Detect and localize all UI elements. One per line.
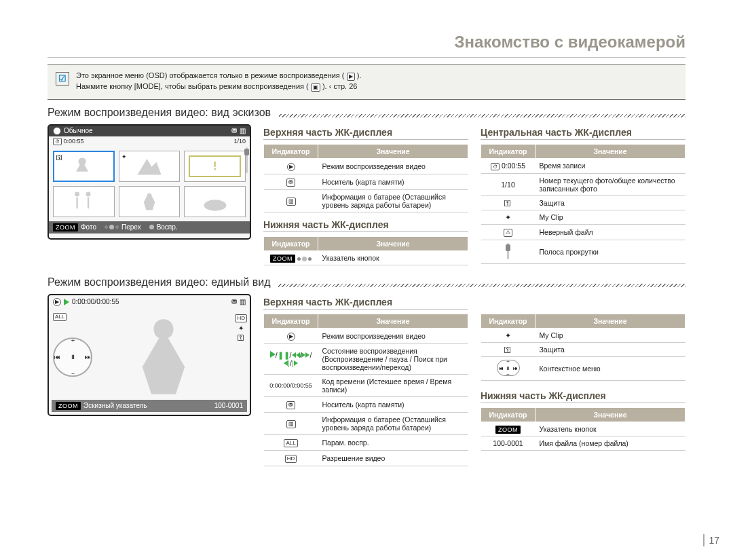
ff-icon — [305, 352, 309, 358]
playback-mode-icon: ▶ — [347, 73, 355, 81]
warn-icon: ⚠ — [504, 229, 512, 237]
section2-header: Режим воспроизведения видео: единый вид — [48, 276, 685, 288]
svg-rect-1 — [77, 198, 78, 208]
upper2r-r2: Защита — [535, 342, 685, 356]
star-tag-icon: ✦ — [505, 331, 511, 339]
next-icon: ⏭ — [85, 354, 91, 360]
svg-point-2 — [86, 192, 91, 197]
play-mode-icon: ▶ — [53, 127, 61, 135]
next-icon — [294, 360, 298, 366]
screen1-thumbs: ⚿ ✦ — [49, 147, 250, 221]
th-value: Значение — [535, 407, 685, 422]
section2-columns: ▶ 0:00:00/0:00:55 ⛃ ▥ ALL HD ✦ ⚿ — [48, 294, 685, 466]
upper2l-r3-val: Код времени (Истекшее время / Время запи… — [318, 374, 468, 396]
scrollbar-icon — [507, 243, 509, 259]
screen2-topbar: ▶ 0:00:00/0:00:55 ⛃ ▥ — [49, 295, 250, 309]
section1-title: Режим воспроизведения видео: вид эскизов — [48, 107, 271, 119]
hatch-rule-icon — [278, 284, 685, 287]
upper2-right-table: ИндикаторЗначение ✦ My Clip ⚿ Защита + −… — [481, 314, 685, 381]
screen1-foot-play: Воспр. — [157, 223, 178, 231]
upper2l-r6: Парам. воспр. — [318, 434, 468, 450]
hatch-rule-icon — [279, 114, 685, 117]
lower2-title: Нижняя часть ЖК-дисплея — [481, 390, 685, 403]
play-mode-icon: ▶ — [53, 298, 61, 306]
center1-table: ИндикаторЗначение ⏱ 0:00:55 Время записи… — [481, 144, 685, 264]
upper2l-r5: Информация о батарее (Оставшийся уровень… — [318, 412, 468, 434]
joystick-move-icon — [105, 225, 119, 229]
zoom-label-icon: ZOOM — [270, 255, 295, 263]
center1-r5: Неверный файл — [535, 224, 685, 240]
th-indicator: Индикатор — [481, 144, 535, 158]
sd-card-icon: ⛃ — [231, 298, 237, 305]
thumb-4 — [53, 186, 115, 217]
screen1-time: 0:00:55 — [64, 138, 84, 145]
screen-icon: ▣ — [311, 83, 320, 92]
lower2-r2-ind: 100-0001 — [481, 436, 535, 450]
screen2-time: 0:00:00/0:00:55 — [72, 298, 119, 305]
upper2l-r3-ind: 0:00:00/0:00:55 — [264, 374, 318, 396]
play-mode-icon: ▶ — [287, 333, 295, 341]
thumb-2: ✦ — [119, 151, 181, 182]
upper2l-r4: Носитель (карта памяти) — [318, 396, 468, 412]
page-header: Знакомство с видеокамерой — [0, 0, 733, 54]
screen2-wrap: ▶ 0:00:00/0:00:55 ⛃ ▥ ALL HD ✦ ⚿ — [48, 294, 251, 466]
upper2-title: Верхняя часть ЖК-дисплея — [263, 297, 468, 310]
hd-icon: HD — [285, 455, 297, 463]
minus-icon: － — [70, 369, 76, 378]
th-value: Значение — [318, 144, 468, 158]
upper2l-r1: Режим воспроизведения видео — [318, 328, 468, 343]
note-line1a: Это экранное меню (OSD) отображается тол… — [76, 71, 345, 79]
screen1: ▶ Обычное ⛃ ▥ ⏱ 0:00:55 1/10 ⚿ — [48, 124, 251, 240]
battery-icon: ▥ — [286, 420, 296, 428]
upper1-r3: Информация о батарее (Оставшийся уровень… — [318, 189, 468, 212]
th-value: Значение — [535, 144, 685, 158]
thumb-3-error — [184, 151, 246, 182]
upper1-r2: Носитель (карта памяти) — [318, 174, 468, 189]
page-title: Знакомство с видеокамерой — [454, 33, 685, 52]
th-value: Значение — [318, 236, 468, 250]
th-indicator: Индикатор — [481, 407, 535, 422]
center1-r1-val: Время записи — [535, 158, 685, 173]
clock-icon: ⏱ — [53, 138, 62, 145]
section1-columns: ▶ Обычное ⛃ ▥ ⏱ 0:00:55 1/10 ⚿ — [48, 124, 685, 265]
sd-card-icon: ⛃ — [286, 179, 295, 187]
th-indicator: Индикатор — [264, 314, 318, 328]
zoom-label-icon: ZOOM — [56, 402, 81, 410]
thumb-5 — [119, 186, 181, 217]
page-number: 17 — [703, 534, 719, 546]
star-tag-icon: ✦ — [238, 324, 244, 332]
center1-r2-ind: 1/10 — [481, 173, 535, 195]
lower2-table: ИндикаторЗначение ZOOM Указатель кнопок … — [481, 407, 685, 451]
note-text: Это экранное меню (OSD) отображается тол… — [76, 71, 677, 92]
star-tag-icon: ✦ — [505, 213, 511, 221]
lower2-r1: Указатель кнопок — [535, 422, 685, 436]
upper2l-r2: Состояние воспроизведения (Воспроизведен… — [318, 343, 468, 374]
screen1-mode-label: Обычное — [64, 127, 93, 134]
lock-icon: ⚿ — [504, 199, 512, 207]
page-number-bar-icon — [703, 534, 704, 546]
pause-icon: ⏸ — [70, 354, 76, 360]
screen2-bottombar: ZOOM Эскизный указатель 100-0001 — [52, 400, 247, 412]
play-icon — [64, 299, 69, 305]
th-indicator: Индикатор — [264, 144, 318, 158]
upper1-r1: Режим воспроизведения видео — [318, 158, 468, 174]
section2-right: . ИндикаторЗначение ✦ My Clip ⚿ Защита +… — [481, 294, 685, 466]
manual-page: { "header_title": "Знакомство с видеокам… — [0, 0, 733, 560]
svg-point-0 — [75, 192, 79, 197]
upper2r-r1: My Clip — [535, 328, 685, 342]
section1-middle: Верхняя часть ЖК-дисплея ИндикаторЗначен… — [263, 124, 468, 265]
plus-icon: ＋ — [70, 336, 76, 345]
th-indicator: Индикатор — [264, 236, 318, 250]
star-tag-icon: ✦ — [121, 153, 127, 160]
thumb-6 — [184, 186, 246, 217]
lower1-title: Нижняя часть ЖК-дисплея — [263, 219, 468, 232]
note-line2b: ). — [322, 82, 329, 90]
upper1-title: Верхняя часть ЖК-дисплея — [263, 127, 468, 140]
section2-middle: Верхняя часть ЖК-дисплея ИндикаторЗначен… — [263, 294, 468, 466]
lock-icon: ⚿ — [238, 334, 244, 341]
section1-right: Центральная часть ЖК-дисплея ИндикаторЗн… — [481, 124, 685, 265]
page-number-value: 17 — [709, 535, 719, 546]
pause-icon: ❚❚ — [278, 351, 290, 359]
lower1-table: ИндикаторЗначение ZOOM Указатель кнопок — [263, 236, 468, 265]
battery-icon: ▥ — [240, 127, 246, 134]
